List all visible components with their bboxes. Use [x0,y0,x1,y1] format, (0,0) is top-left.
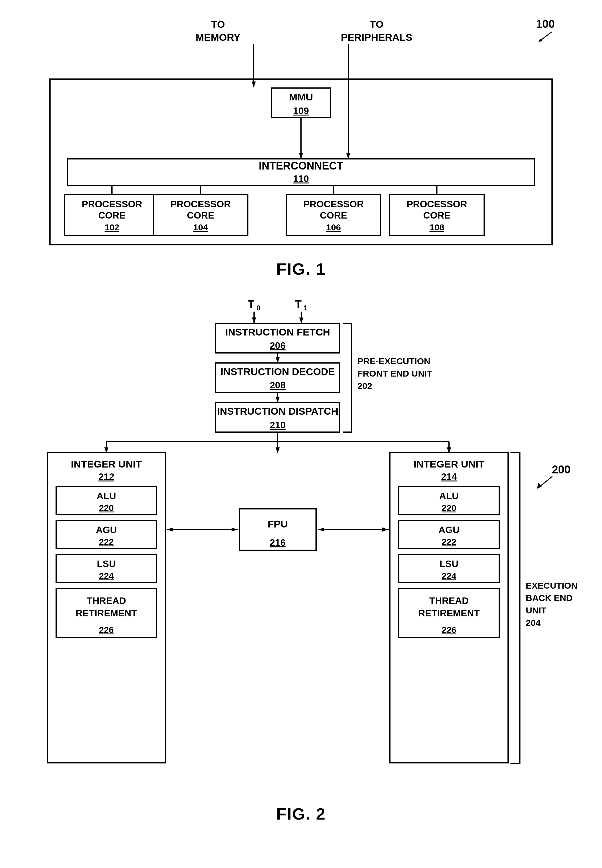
svg-text:THREAD: THREAD [86,595,126,606]
svg-text:FPU: FPU [268,518,288,529]
svg-text:INSTRUCTION FETCH: INSTRUCTION FETCH [225,327,330,337]
svg-text:ALU: ALU [97,491,116,501]
fig2-label: FIG. 2 [24,804,578,824]
fig1-section: 100 TO MEMORY TO PERIPHERALS MMU 109 [24,18,578,279]
svg-line-0 [540,32,552,41]
svg-text:INTEGER UNIT: INTEGER UNIT [413,459,484,469]
fig2-diagram: T 0 T 1 INSTRUCTION FETCH 206 INSTRUCTIO… [24,296,602,798]
svg-text:PROCESSOR: PROCESSOR [170,199,231,209]
svg-text:222: 222 [442,537,456,547]
svg-text:AGU: AGU [96,524,117,535]
svg-text:MMU: MMU [289,91,313,103]
svg-text:PROCESSOR: PROCESSOR [82,199,142,209]
svg-text:ALU: ALU [439,491,459,501]
svg-text:222: 222 [99,537,114,547]
svg-marker-61 [537,483,542,489]
svg-text:102: 102 [104,222,119,232]
svg-marker-94 [318,528,324,532]
svg-text:BACK END: BACK END [526,593,573,603]
svg-text:CORE: CORE [98,210,126,221]
svg-text:PROCESSOR: PROCESSOR [407,199,467,209]
svg-text:216: 216 [270,537,285,548]
svg-marker-67 [276,448,280,453]
svg-marker-52 [276,397,280,403]
svg-text:226: 226 [99,625,114,635]
svg-text:224: 224 [99,571,114,581]
svg-text:T: T [295,298,302,310]
svg-text:INSTRUCTION DECODE: INSTRUCTION DECODE [220,366,335,377]
svg-text:CORE: CORE [320,210,347,221]
svg-marker-92 [232,528,238,532]
svg-text:224: 224 [442,571,456,581]
svg-text:PRE-EXECUTION: PRE-EXECUTION [358,356,430,366]
svg-text:LSU: LSU [97,558,116,569]
svg-text:T: T [248,298,254,310]
svg-text:208: 208 [270,380,285,390]
svg-marker-47 [276,357,280,363]
svg-text:202: 202 [358,381,372,391]
svg-text:212: 212 [98,471,114,482]
svg-marker-7 [252,81,256,87]
svg-text:106: 106 [326,222,341,232]
to-peripherals-label: TO PERIPHERALS [341,18,412,44]
svg-text:200: 200 [552,463,570,476]
svg-text:THREAD: THREAD [429,595,468,606]
svg-marker-40 [252,317,256,324]
svg-text:220: 220 [99,503,114,513]
svg-text:LSU: LSU [439,558,458,569]
svg-text:AGU: AGU [438,524,459,535]
svg-text:UNIT: UNIT [526,606,547,615]
to-memory-label: TO MEMORY [195,18,240,44]
svg-marker-91 [167,528,173,532]
svg-text:INTEGER UNIT: INTEGER UNIT [71,459,142,469]
svg-text:226: 226 [442,625,456,635]
svg-text:0: 0 [256,304,260,312]
svg-text:INSTRUCTION DISPATCH: INSTRUCTION DISPATCH [217,405,338,417]
ref-100: 100 [536,18,555,31]
svg-text:CORE: CORE [423,210,450,221]
svg-text:EXECUTION: EXECUTION [526,581,577,590]
svg-text:INTERCONNECT: INTERCONNECT [259,160,343,172]
svg-text:108: 108 [430,222,444,232]
svg-text:CORE: CORE [187,210,214,221]
svg-text:210: 210 [270,420,285,430]
svg-text:RETIREMENT: RETIREMENT [418,608,480,618]
svg-text:206: 206 [270,340,285,351]
svg-text:1: 1 [304,304,307,312]
svg-text:220: 220 [442,503,456,513]
fig1-diagram: MMU 109 INTERCONNECT 110 PROCE [35,44,567,256]
svg-text:FRONT END UNIT: FRONT END UNIT [358,369,432,378]
svg-marker-95 [382,528,388,532]
ref-100-arrow [537,31,555,42]
svg-text:109: 109 [293,106,309,116]
svg-marker-42 [299,317,303,324]
fig1-label: FIG. 1 [24,259,578,279]
svg-text:PROCESSOR: PROCESSOR [303,199,364,209]
svg-text:104: 104 [193,222,208,232]
svg-text:RETIREMENT: RETIREMENT [75,608,137,618]
svg-marker-9 [346,153,350,159]
svg-text:214: 214 [441,471,457,482]
svg-marker-11 [299,153,303,159]
fig2-section: T 0 T 1 INSTRUCTION FETCH 206 INSTRUCTIO… [24,296,578,824]
svg-text:110: 110 [293,173,309,184]
svg-text:204: 204 [526,618,541,627]
